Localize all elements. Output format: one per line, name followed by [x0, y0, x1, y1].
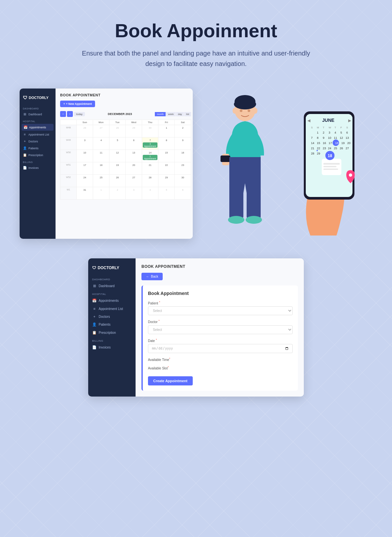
bottom-sidebar-doctors[interactable]: + Doctors: [88, 313, 136, 320]
svg-point-50: [317, 150, 318, 151]
calendar-today-button[interactable]: today: [74, 112, 85, 116]
calendar-week-view-button[interactable]: week: [166, 112, 176, 116]
new-appointment-button[interactable]: + + New Appointment: [60, 101, 95, 107]
svg-text:11: 11: [334, 136, 337, 139]
prescription-icon: 📋: [23, 153, 27, 157]
bottom-sidebar: 🛡 DOCTORLY DASHBOARD ⊞ Dashboard HOSPITA…: [88, 258, 136, 397]
svg-point-11: [233, 108, 237, 114]
appointment-badge: 1 Appointment: [143, 155, 157, 160]
svg-text:T: T: [323, 126, 324, 129]
calendar-month-view-button[interactable]: month: [155, 112, 166, 116]
bottom-sidebar-invoices[interactable]: 📄 Invoices: [88, 343, 136, 351]
bottom-sidebar-hospital-label: HOSPITAL: [88, 290, 136, 297]
bottom-sidebar-patients[interactable]: 👤 Patients: [88, 320, 136, 329]
mon-header: Mon: [93, 120, 109, 125]
date-input[interactable]: [148, 344, 293, 353]
calendar-list-view-button[interactable]: list: [184, 112, 191, 116]
sidebar-item-patients[interactable]: 👤 Patients: [20, 145, 56, 152]
svg-point-2: [234, 99, 256, 109]
arrow-left-icon: ←: [146, 275, 149, 278]
svg-text:26: 26: [340, 147, 343, 150]
bottom-sidebar-dashboard[interactable]: ⊞ Dashboard: [88, 282, 136, 290]
svg-text:3: 3: [329, 131, 330, 134]
form-page-title: BOOK APPOINTMENT: [141, 264, 298, 269]
svg-point-12: [253, 108, 257, 114]
svg-text:W: W: [329, 126, 331, 129]
sidebar-section-dashboard: DASHBOARD: [20, 105, 56, 111]
svg-text:28: 28: [311, 152, 314, 155]
calendar-month-label: DECEMBER 2023: [108, 112, 132, 116]
shield-icon: 🛡: [23, 95, 27, 100]
svg-text:29: 29: [317, 152, 320, 155]
svg-text:4: 4: [335, 131, 336, 134]
bottom-panel: 🛡 DOCTORLY DASHBOARD ⊞ Dashboard HOSPITA…: [88, 258, 304, 397]
svg-text:21: 21: [311, 147, 314, 150]
svg-text:1: 1: [317, 131, 318, 134]
svg-text:19: 19: [341, 141, 345, 145]
bottom-sidebar-appointment-list[interactable]: ≡ Appointment List: [88, 305, 136, 313]
calendar-page-title: BOOK APPOINTMENT: [60, 93, 191, 97]
doctor-label: Doctor *: [148, 319, 293, 324]
calendar-icon: 📅: [92, 299, 97, 303]
svg-point-64: [349, 173, 352, 177]
svg-point-8: [246, 216, 262, 224]
svg-text:12: 12: [340, 136, 343, 139]
illustration-section: JUNE ▶ ◀ S M T W T F S 1 2 3 4 5: [203, 89, 372, 239]
doctor-field-group: Doctor * Select: [148, 319, 293, 334]
svg-text:S: S: [311, 126, 313, 129]
svg-text:17: 17: [329, 141, 332, 145]
book-appointment-form-card: Book Appointment Patient * Select Doctor…: [141, 285, 298, 391]
plus-icon: +: [23, 139, 27, 143]
calendar-next-button[interactable]: ›: [67, 111, 73, 117]
svg-rect-62: [323, 166, 336, 167]
svg-text:2: 2: [323, 131, 324, 134]
bottom-sidebar-dashboard-label: DASHBOARD: [88, 275, 136, 282]
patient-select[interactable]: Select: [148, 306, 293, 315]
sidebar-section-billing: BILLING: [20, 158, 56, 164]
svg-text:25: 25: [334, 147, 337, 150]
create-appointment-button[interactable]: Create Appointment: [148, 376, 193, 385]
table-row: W52 24 25 26 27 28 29 30: [60, 175, 191, 187]
calendar-main: BOOK APPOINTMENT + + New Appointment ‹ ›…: [56, 89, 193, 239]
sidebar-item-dashboard[interactable]: ⊞ Dashboard: [20, 111, 56, 118]
patient-label: Patient *: [148, 301, 293, 305]
fri-header: Fri: [158, 120, 175, 125]
sat-header: Sat: [175, 120, 191, 125]
svg-rect-5: [229, 190, 243, 219]
calendar-prev-button[interactable]: ‹: [60, 111, 66, 117]
svg-text:18: 18: [328, 154, 332, 158]
svg-text:20: 20: [347, 141, 351, 145]
illustration-container: JUNE ▶ ◀ S M T W T F S 1 2 3 4 5: [203, 89, 372, 239]
calendar-day-view-button[interactable]: day: [176, 112, 184, 116]
prescription-icon: 📋: [92, 331, 97, 335]
svg-text:16: 16: [323, 141, 326, 145]
wed-header: Wed: [126, 120, 142, 125]
grid-icon: ⊞: [23, 112, 27, 116]
bottom-sidebar-appointments[interactable]: 📅 Appointments: [88, 297, 136, 305]
doctor-select[interactable]: Select: [148, 325, 293, 334]
table-row: W51 17 18 19 20 21 22 23: [60, 162, 191, 175]
svg-text:10: 10: [328, 136, 331, 139]
svg-rect-61: [323, 163, 340, 165]
sidebar-item-prescription[interactable]: 📋 Prescription: [20, 152, 56, 158]
sidebar-item-appointments[interactable]: 📅 Appointments: [22, 124, 54, 131]
svg-text:7: 7: [311, 136, 313, 139]
sidebar-item-doctors[interactable]: + Doctors: [20, 138, 56, 145]
appointment-badge: 3 Appointment: [143, 142, 157, 148]
bottom-sidebar-prescription[interactable]: 📋 Prescription: [88, 329, 136, 337]
patient-field-group: Patient * Select: [148, 301, 293, 315]
plus-icon: +: [63, 102, 65, 106]
shield-icon: 🛡: [92, 266, 96, 270]
table-row: W49 3 4 5 6 73 Appointment 8 9: [60, 138, 191, 150]
svg-rect-4: [220, 155, 230, 162]
sidebar-item-appointment-list[interactable]: ≡ Appointment List: [20, 131, 56, 138]
back-button[interactable]: ← Back: [141, 273, 163, 280]
svg-text:27: 27: [346, 147, 349, 150]
calendar-grid: Sun Mon Tue Wed Thu Fri Sat W48 26: [60, 120, 191, 200]
svg-text:18: 18: [335, 141, 338, 145]
user-icon: 👤: [92, 322, 97, 327]
list-icon: ≡: [23, 133, 27, 136]
sidebar-item-invoices[interactable]: 📄 Invoices: [20, 164, 56, 171]
svg-text:F: F: [340, 126, 342, 129]
table-row: W1 31 1 2 3 4 5 6: [60, 187, 191, 200]
